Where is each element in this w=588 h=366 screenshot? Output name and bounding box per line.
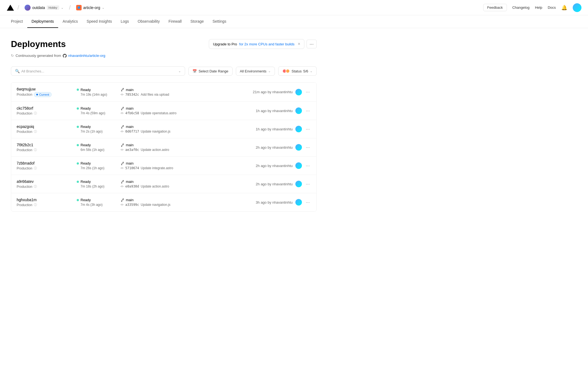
more-options-button[interactable]: ··· (307, 40, 317, 48)
tab-deployments[interactable]: Deployments (27, 15, 58, 28)
status-text: Ready (81, 180, 91, 184)
deployment-list: 6wqmujjuw Production Current Ready 7m 19… (11, 82, 317, 212)
deployment-id[interactable]: a9r66atev (17, 179, 77, 184)
status-ready: Ready (77, 161, 120, 165)
commit-hash: a33599c (125, 203, 139, 207)
deployment-status-col: Ready 7m 18s (2h ago) (77, 180, 120, 188)
deployment-meta-col: 2h ago by nhavantinhtu ··· (240, 180, 311, 188)
deployment-id[interactable]: ecpazgoiq (17, 124, 77, 129)
repo-name[interactable]: nhavantinhtu/article-org (68, 54, 105, 58)
org-selector[interactable]: 🔷 article-org ⌄ (74, 4, 107, 11)
build-time: 6m 58s (1h ago) (77, 148, 120, 152)
commit-info: 4fb6c58 Update openstatus.astro (120, 111, 240, 115)
status-ready: Ready (77, 180, 120, 184)
deployment-id[interactable]: 7zbbnadof (17, 161, 77, 165)
page-title: Deployments (11, 39, 66, 49)
deployment-more-button[interactable]: ··· (305, 198, 311, 206)
deployment-status-col: Ready 7m 4s (3h ago) (77, 198, 120, 207)
deployment-branch-col: main ae3af0c Update action.astro (120, 143, 240, 152)
env-label: Production (17, 112, 32, 115)
tab-settings[interactable]: Settings (208, 15, 231, 28)
env-label: Production (17, 148, 32, 152)
upgrade-close-button[interactable]: × (298, 42, 300, 46)
deployment-id[interactable]: hghxuba1m (17, 198, 77, 202)
build-time: 7m 26s (1h ago) (77, 166, 120, 170)
branch-name: main (120, 125, 240, 129)
upgrade-banner: Upgrade to Pro for 2x more CPUs and fast… (209, 39, 304, 49)
ready-dot-icon (77, 199, 79, 201)
deployment-more-button[interactable]: ··· (305, 144, 311, 151)
commit-message: Update navigation.js (141, 130, 171, 133)
top-navigation: / outdata Hobby ⌄ / 🔷 article-org ⌄ Feed… (0, 0, 588, 15)
deployment-status-col: Ready 7m 4s (59m ago) (77, 106, 120, 115)
deployment-id[interactable]: 6wqmujjuw (17, 87, 77, 91)
project-selector[interactable]: outdata Hobby ⌄ (22, 4, 66, 12)
notifications-bell-icon[interactable]: 🔔 (561, 5, 567, 11)
help-link[interactable]: Help (535, 5, 542, 10)
deployment-branch-col: main e0a930d Update action.astro (120, 180, 240, 188)
deployment-env: Production ⓘ (17, 185, 77, 189)
current-badge: Current (34, 92, 52, 97)
filters-bar: 🔍 All Branches... ⌄ 📅 Select Date Range … (11, 66, 317, 76)
branch-chevron-icon: ⌄ (178, 69, 181, 73)
tab-project[interactable]: Project (7, 15, 27, 28)
deployment-more-button[interactable]: ··· (305, 180, 311, 188)
commit-icon (120, 166, 124, 170)
deployment-branch-col: main 0d6f717 Update navigation.js (120, 125, 240, 133)
deployment-more-button[interactable]: ··· (305, 88, 311, 96)
deployment-env: Production ⓘ (17, 130, 77, 134)
ready-dot-icon (77, 144, 79, 146)
branch-filter[interactable]: 🔍 All Branches... ⌄ (11, 66, 185, 76)
ready-dot-icon (77, 181, 79, 183)
info-icon: ⓘ (34, 185, 37, 189)
header-actions: Upgrade to Pro for 2x more CPUs and fast… (209, 39, 317, 49)
deployer-avatar (295, 89, 302, 95)
deployment-meta-col: 1h ago by nhavantinhtu ··· (240, 125, 311, 133)
date-range-filter[interactable]: 📅 Select Date Range (188, 67, 232, 76)
org-name: article-org (83, 5, 100, 10)
deployment-meta-text: 1h ago by nhavantinhtu (256, 109, 293, 113)
upgrade-link[interactable]: for 2x more CPUs and faster builds (239, 42, 294, 46)
deployment-id[interactable]: 7l9t2b2c1 (17, 143, 77, 147)
tab-firewall[interactable]: Firewall (164, 15, 186, 28)
commit-hash: ae3af0c (125, 148, 139, 152)
status-filter[interactable]: Status 5/6 ⌄ (278, 66, 317, 76)
tab-speed-insights[interactable]: Speed Insights (82, 15, 116, 28)
status-text: Ready (81, 161, 91, 165)
repo-prefix: Continuously generated from (16, 54, 61, 58)
deployment-meta-text: 3h ago by nhavantinhtu (256, 200, 293, 204)
github-icon (63, 54, 67, 58)
environment-filter[interactable]: All Environments ⌄ (236, 67, 275, 76)
vercel-logo[interactable] (7, 4, 14, 11)
tab-logs[interactable]: Logs (116, 15, 133, 28)
deployment-meta-col: 2h ago by nhavantinhtu ··· (240, 144, 311, 151)
user-avatar[interactable] (573, 3, 581, 12)
table-row: ckc758orf Production ⓘ Ready 7m 4s (59m … (11, 102, 316, 120)
deployment-more-button[interactable]: ··· (305, 107, 311, 115)
deployment-meta-text: 21m ago by nhavantinhtu (253, 90, 293, 94)
tab-analytics[interactable]: Analytics (58, 15, 82, 28)
environment-label: All Environments (240, 69, 267, 73)
commit-info: 785342c Add files via upload (120, 93, 240, 96)
build-time: 7m 19s (14m ago) (77, 93, 120, 96)
ready-dot-icon (77, 89, 79, 91)
status-ready: Ready (77, 88, 120, 92)
deployment-name-col: ecpazgoiq Production ⓘ (17, 124, 77, 134)
commit-info: 5710674 Update integrate.astro (120, 166, 240, 170)
deployment-id[interactable]: ckc758orf (17, 106, 77, 110)
status-ready: Ready (77, 198, 120, 202)
main-content: Deployments Upgrade to Pro for 2x more C… (0, 28, 328, 222)
commit-info: ae3af0c Update action.astro (120, 148, 240, 152)
project-name: outdata (32, 5, 45, 10)
feedback-button[interactable]: Feedback (483, 4, 507, 11)
docs-link[interactable]: Docs (548, 5, 556, 10)
commit-icon (120, 112, 124, 115)
nav-separator-2: / (69, 4, 71, 11)
deployment-more-button[interactable]: ··· (305, 125, 311, 133)
branch-icon (120, 180, 124, 184)
branch-label: main (126, 106, 133, 110)
tab-storage[interactable]: Storage (186, 15, 208, 28)
deployment-more-button[interactable]: ··· (305, 162, 311, 170)
tab-observability[interactable]: Observability (133, 15, 164, 28)
changelog-link[interactable]: Changelog (512, 5, 530, 10)
